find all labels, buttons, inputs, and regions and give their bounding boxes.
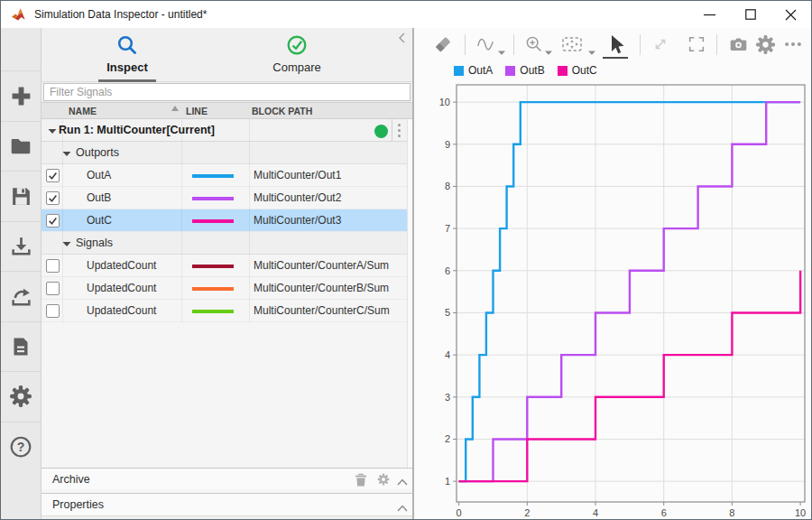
table-header[interactable]: NAME LINE BLOCK PATH [42,102,412,119]
open-button[interactable] [1,121,41,172]
toolbar-separator [465,34,466,55]
run-label: Run 1: MultiCounter[Current] [59,124,215,136]
legend-swatch [558,66,567,76]
signal-line-swatch [192,174,234,178]
signal-row-outa[interactable]: OutA MultiCounter/Out1 [42,164,407,187]
caret-down-icon[interactable] [62,241,71,247]
svg-text:8: 8 [729,507,734,518]
signal-display-button[interactable] [475,33,496,55]
archive-label: Archive [52,473,90,486]
preferences-button[interactable] [1,371,41,422]
legend-label: OutB [520,64,544,77]
step-plot[interactable]: 024681012345678910 [425,82,812,520]
clear-plot-button[interactable] [432,33,454,55]
column-header-line[interactable]: LINE [186,106,208,116]
caret-down-icon[interactable] [62,151,71,157]
close-button[interactable] [770,1,811,28]
plot-settings-button[interactable] [754,33,776,55]
archive-settings-button[interactable] [377,473,390,488]
pointer-tool-button-active[interactable] [604,33,626,55]
fit-to-view-dropdown[interactable] [588,42,595,59]
signal-name: UpdatedCount [87,304,156,317]
maximize-button[interactable] [730,1,770,28]
maximize-icon [745,9,756,20]
window-controls [689,1,811,28]
svg-text:8: 8 [445,181,450,191]
fullscreen-button[interactable] [686,33,707,55]
signal-row-updatedcount-c[interactable]: UpdatedCount MultiCounter/CounterC/Sum [42,300,407,322]
signal-row-updatedcount-a[interactable]: UpdatedCount MultiCounter/CounterA/Sum [42,255,407,277]
signal-line-swatch [192,310,234,313]
collapse-panel-button[interactable] [395,32,408,44]
group-row-signals[interactable]: Signals [42,232,407,255]
caret-down-icon[interactable] [48,128,57,135]
properties-collapse-button[interactable] [397,502,408,515]
signal-name: UpdatedCount [87,282,156,294]
filter-signals-input[interactable] [43,83,411,101]
snapshot-button[interactable] [727,33,749,55]
tree-scrollbar-gutter[interactable] [407,119,412,468]
signal-visibility-checkbox[interactable] [46,214,60,228]
legend-item[interactable]: OutC [558,64,597,77]
new-run-button[interactable] [1,70,41,121]
group-row-outports[interactable]: Outports [42,142,407,164]
properties-label: Properties [52,498,104,511]
archive-section-bar[interactable]: Archive [42,468,412,489]
signal-name: OutC [87,214,112,227]
archive-delete-button[interactable] [355,473,367,489]
svg-text:3: 3 [445,392,450,403]
signal-row-updatedcount-b[interactable]: UpdatedCount MultiCounter/CounterB/Sum [42,277,407,300]
eraser-icon [433,34,453,54]
expand-plot-button-disabled[interactable] [650,33,671,55]
gear-icon [377,473,390,486]
export-button[interactable] [1,271,41,321]
legend-swatch [454,66,464,76]
fit-to-view-icon [561,34,583,54]
zoom-dropdown[interactable] [545,42,552,59]
filter-area [42,82,412,102]
zoom-button[interactable] [523,33,545,55]
signal-visibility-checkbox[interactable] [46,259,60,273]
run-row-separator [392,119,392,142]
plot-legend: OutA OutB OutC [454,64,597,77]
titlebar[interactable]: Simulation Data Inspector - untitled* [1,1,811,28]
matlab-logo-icon [11,7,26,23]
svg-text:9: 9 [445,139,450,150]
signal-visibility-checkbox[interactable] [46,169,60,182]
signal-name: OutB [87,191,111,204]
tab-inspect[interactable]: Inspect [51,28,204,82]
svg-text:10: 10 [439,97,450,107]
create-report-button[interactable] [1,321,41,372]
svg-text:7: 7 [445,223,450,234]
signal-row-outb[interactable]: OutB MultiCounter/Out2 [42,187,407,209]
archive-collapse-button[interactable] [397,476,408,488]
signal-row-outc-selected[interactable]: OutC MultiCounter/Out3 [42,209,407,232]
fit-to-view-button[interactable] [561,33,583,55]
checkmark-icon [48,193,58,203]
toolbar-separator [640,34,641,55]
share-icon [10,285,32,308]
minimize-icon [704,9,715,21]
legend-item[interactable]: OutB [505,64,544,77]
more-options-button[interactable] [782,33,804,55]
cursor-arrow-icon [605,33,625,55]
column-header-block-path[interactable]: BLOCK PATH [252,106,312,116]
legend-item[interactable]: OutA [454,64,493,77]
save-button[interactable] [1,171,41,221]
column-header-name[interactable]: NAME [69,106,97,116]
signal-visibility-checkbox[interactable] [46,282,60,295]
help-button[interactable]: ? [1,422,41,472]
signal-visibility-checkbox[interactable] [46,304,60,318]
run-options-menu-button[interactable] [395,122,403,139]
run-row[interactable]: Run 1: MultiCounter[Current] [42,119,407,142]
properties-section-bar[interactable]: Properties [42,493,412,515]
chevron-left-icon [399,32,405,43]
signal-display-dropdown[interactable] [498,42,505,59]
svg-text:5: 5 [445,307,450,318]
signal-visibility-checkbox[interactable] [46,191,60,205]
help-icon: ? [9,435,32,459]
document-icon [10,336,32,358]
tab-compare[interactable]: Compare [220,28,374,82]
import-button[interactable] [1,221,41,272]
minimize-button[interactable] [689,1,730,28]
